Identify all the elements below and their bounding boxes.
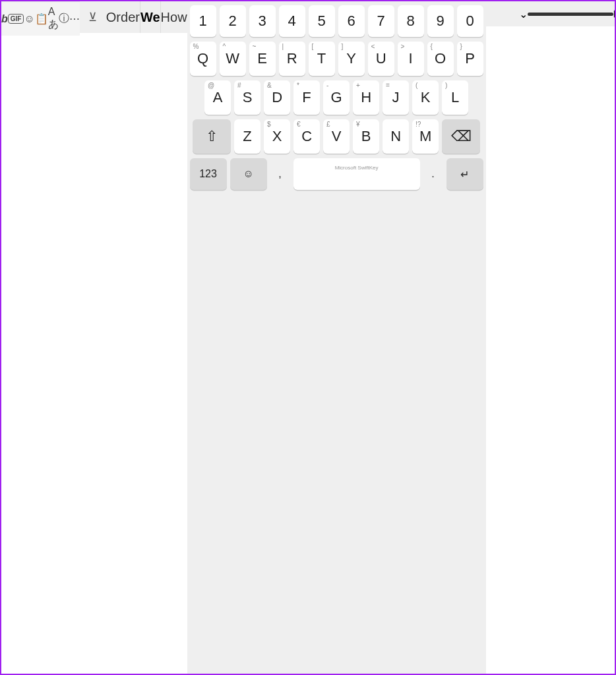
key-row-zxcv: ⇧ Z $X €C £V ¥B N !?M ⌫ xyxy=(190,119,483,154)
keyboard: 1 2 3 4 5 6 7 8 9 0 %Q ^W ~E |R [T ]Y <U… xyxy=(187,1,486,674)
clipboard-icon[interactable]: 📋 xyxy=(35,13,48,25)
key-space[interactable]: Microsoft SwiftKey xyxy=(293,158,420,190)
key-a[interactable]: @A xyxy=(204,80,231,115)
key-d[interactable]: &D xyxy=(264,80,290,115)
bing-icon[interactable]: b xyxy=(1,13,8,25)
key-j[interactable]: =J xyxy=(383,80,409,115)
key-q[interactable]: %Q xyxy=(190,42,216,76)
key-6[interactable]: 6 xyxy=(338,5,365,37)
key-123[interactable]: 123 xyxy=(190,158,227,190)
keyboard-toolbar: b GIF ☺ 📋 Aあ ⓘ ⋯ xyxy=(1,1,80,36)
key-c[interactable]: €C xyxy=(293,119,320,154)
key-4[interactable]: 4 xyxy=(279,5,305,37)
suggestion-row: ⊻ Order We How xyxy=(80,1,187,33)
key-row-asdf: @A #S &D *F -G +H =J (K )L xyxy=(190,80,483,115)
nav-bar: ⌄ ⌨ xyxy=(486,1,616,26)
key-m[interactable]: !?M xyxy=(412,119,439,154)
key-5[interactable]: 5 xyxy=(309,5,335,37)
nav-down-icon[interactable]: ⌄ xyxy=(519,8,528,20)
key-row-numbers: 1 2 3 4 5 6 7 8 9 0 xyxy=(190,5,483,37)
key-e[interactable]: ~E xyxy=(249,42,276,76)
suggestion[interactable]: Order xyxy=(106,1,140,33)
key-emoji[interactable]: ☺ xyxy=(230,158,267,190)
nav-pill[interactable] xyxy=(528,13,613,16)
key-w[interactable]: ^W xyxy=(220,42,246,76)
key-8[interactable]: 8 xyxy=(398,5,424,37)
key-shift[interactable]: ⇧ xyxy=(193,119,231,154)
info-icon[interactable]: ⓘ xyxy=(59,12,69,26)
key-row-bottom: 123 ☺ , Microsoft SwiftKey . ↵ xyxy=(190,158,483,190)
key-9[interactable]: 9 xyxy=(427,5,454,37)
key-period[interactable]: . xyxy=(423,158,443,190)
key-2[interactable]: 2 xyxy=(220,5,246,37)
key-s[interactable]: #S xyxy=(234,80,261,115)
key-r[interactable]: |R xyxy=(279,42,305,76)
key-l[interactable]: )L xyxy=(442,80,468,115)
toolbar-more-icon[interactable]: ⋯ xyxy=(69,13,80,25)
key-u[interactable]: <U xyxy=(368,42,394,76)
key-n[interactable]: N xyxy=(383,119,409,154)
key-x[interactable]: $X xyxy=(264,119,290,154)
key-0[interactable]: 0 xyxy=(457,5,483,37)
key-k[interactable]: (K xyxy=(412,80,439,115)
translate-icon[interactable]: Aあ xyxy=(48,6,59,32)
sticker-icon[interactable]: ☺ xyxy=(24,13,34,25)
key-t[interactable]: [T xyxy=(309,42,335,76)
key-backspace[interactable]: ⌫ xyxy=(442,119,480,154)
key-h[interactable]: +H xyxy=(353,80,379,115)
suggestion[interactable]: We xyxy=(140,1,160,33)
key-i[interactable]: >I xyxy=(398,42,424,76)
key-f[interactable]: *F xyxy=(293,80,320,115)
key-comma[interactable]: , xyxy=(270,158,290,190)
key-g[interactable]: -G xyxy=(323,80,350,115)
key-enter[interactable]: ↵ xyxy=(447,158,483,190)
suggestion[interactable]: How xyxy=(160,1,187,33)
key-o[interactable]: {O xyxy=(427,42,454,76)
key-b[interactable]: ¥B xyxy=(353,119,379,154)
key-p[interactable]: }P xyxy=(457,42,483,76)
gif-icon[interactable]: GIF xyxy=(8,14,24,24)
key-y[interactable]: ]Y xyxy=(338,42,365,76)
key-row-qwerty: %Q ^W ~E |R [T ]Y <U >I {O }P xyxy=(190,42,483,76)
key-z[interactable]: Z xyxy=(234,119,261,154)
key-1[interactable]: 1 xyxy=(190,5,216,37)
key-7[interactable]: 7 xyxy=(368,5,394,37)
dismiss-suggestions[interactable]: ⊻ xyxy=(80,1,106,33)
key-3[interactable]: 3 xyxy=(249,5,276,37)
keyboard-switch-icon[interactable]: ⌨ xyxy=(613,8,616,20)
key-v[interactable]: £V xyxy=(323,119,350,154)
